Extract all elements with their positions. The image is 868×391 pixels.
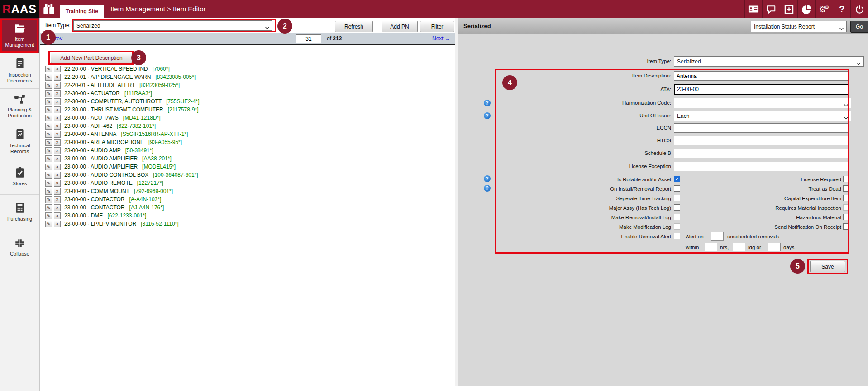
edit-part-button[interactable]: ✎ — [45, 221, 52, 227]
part-item-text[interactable]: 23-00-00 - ADF-462[622-7382-101*] — [64, 123, 156, 129]
delete-part-button[interactable]: × — [54, 180, 61, 187]
edit-part-button[interactable]: ✎ — [45, 204, 52, 211]
raas-logo[interactable]: RAAS — [0, 0, 39, 18]
part-item-text[interactable]: 23-00-00 - DME[622-1233-001*] — [64, 212, 146, 219]
save-button[interactable]: Save — [810, 261, 845, 272]
edit-part-button[interactable]: ✎ — [45, 82, 52, 89]
sidebar-item-planning-production[interactable]: Planning & Production — [0, 89, 39, 124]
delete-part-button[interactable]: × — [54, 115, 61, 121]
delete-part-button[interactable]: × — [54, 66, 61, 72]
delete-part-button[interactable]: × — [54, 74, 61, 81]
send-notification-on-receipt-checkbox[interactable] — [843, 223, 849, 230]
help-icon[interactable]: ? — [484, 185, 491, 192]
help-icon[interactable]: ? — [484, 100, 491, 106]
part-item-text[interactable]: 22-30-00 - COMPUTER, AUTOTHROTT[755SUE2-… — [64, 98, 200, 105]
edit-part-button[interactable]: ✎ — [45, 115, 52, 121]
edit-part-button[interactable]: ✎ — [45, 98, 52, 105]
delete-part-button[interactable]: × — [54, 172, 61, 179]
within-days-input[interactable] — [768, 243, 781, 251]
part-item-text[interactable]: 23-00-00 - LP/LPV MONITOR[3116-52-1110*] — [64, 221, 179, 227]
edit-part-button[interactable]: ✎ — [45, 212, 52, 219]
requires-material-inspection-checkbox[interactable] — [843, 204, 849, 211]
license-required-checkbox[interactable] — [843, 176, 849, 182]
chat-icon[interactable] — [762, 0, 780, 18]
edit-part-button[interactable]: ✎ — [45, 106, 52, 113]
edit-part-button[interactable]: ✎ — [45, 180, 52, 187]
edit-part-button[interactable]: ✎ — [45, 196, 52, 203]
within-ldg-input[interactable] — [733, 243, 745, 251]
delete-part-button[interactable]: × — [54, 131, 61, 138]
part-item-text[interactable]: 23-00-00 - COMM MOUNT[792-6969-001*] — [64, 188, 173, 194]
license-exception-input[interactable] — [674, 162, 849, 171]
help-icon[interactable]: ? — [484, 175, 491, 182]
filter-button[interactable]: Filter — [420, 21, 454, 32]
enable-removal-alert-checkbox[interactable] — [674, 233, 680, 239]
next-page-link[interactable]: Next → — [432, 33, 450, 44]
go-button[interactable]: Go — [850, 21, 868, 33]
edit-part-button[interactable]: ✎ — [45, 188, 52, 195]
edit-part-button[interactable]: ✎ — [45, 139, 52, 146]
ata-input[interactable] — [674, 84, 849, 95]
delete-part-button[interactable]: × — [54, 204, 61, 211]
tab-training-site[interactable]: Training Site — [60, 5, 104, 18]
sidebar-item-item-management[interactable]: Item Management — [0, 18, 39, 53]
part-item-text[interactable]: 22-30-00 - ACTUATOR[111RAA3*] — [64, 90, 152, 97]
schedule-b-input[interactable] — [674, 149, 849, 158]
htcs-input[interactable] — [674, 136, 849, 145]
hazardous-material-checkbox[interactable] — [843, 214, 849, 220]
sidebar-item-technical-records[interactable]: Technical Records — [0, 124, 39, 159]
harmonization-code-select[interactable] — [674, 98, 851, 108]
delete-part-button[interactable]: × — [54, 196, 61, 203]
edit-part-button[interactable]: ✎ — [45, 131, 52, 138]
sidebar-item-stores[interactable]: Stores — [0, 159, 39, 195]
edit-part-button[interactable]: ✎ — [45, 74, 52, 81]
eccn-input[interactable] — [674, 123, 849, 133]
delete-part-button[interactable]: × — [54, 212, 61, 219]
part-item-text[interactable]: 23-00-00 - AUDIO AMP[50-38491*] — [64, 147, 153, 154]
part-item-text[interactable]: 23-00-00 - AUDIO AMPLIFIER[AA38-201*] — [64, 155, 172, 162]
item-type-select[interactable]: Serialized — [674, 56, 864, 67]
report-select[interactable]: Installation Status Report — [751, 21, 847, 32]
pie-chart-icon[interactable] — [797, 0, 815, 18]
edit-part-button[interactable]: ✎ — [45, 164, 52, 170]
settings-gears-icon[interactable]: ⚙⚙ — [815, 0, 833, 18]
add-window-icon[interactable] — [780, 0, 797, 18]
help-icon[interactable]: ? — [833, 0, 850, 18]
part-item-text[interactable]: 22-20-01 - A/P DISENGAGE WARN[83423085-0… — [64, 74, 196, 80]
id-card-icon[interactable] — [744, 0, 762, 18]
part-item-text[interactable]: 22-20-01 - ALTITUDE ALERT[83423059-025*] — [64, 82, 180, 88]
part-item-text[interactable]: 23-00-00 - CONTACTOR[A-A4N-103*] — [64, 196, 161, 203]
item-description-input[interactable] — [674, 71, 849, 81]
add-new-part-description-button[interactable]: Add New Part Description — [51, 53, 132, 63]
edit-part-button[interactable]: ✎ — [45, 123, 52, 130]
sidebar-item-inspection-documents[interactable]: Inspection Documents — [0, 53, 39, 89]
within-hrs-input[interactable] — [705, 243, 717, 251]
part-item-text[interactable]: 23-00-00 - AUDIO AMPLIFIER[MODEL415*] — [64, 164, 176, 170]
part-item-text[interactable]: 22-30-00 - THRUST MGMT COMPUTER[2117578-… — [64, 106, 199, 113]
delete-part-button[interactable]: × — [54, 106, 61, 113]
delete-part-button[interactable]: × — [54, 90, 61, 97]
delete-part-button[interactable]: × — [54, 188, 61, 195]
edit-part-button[interactable]: ✎ — [45, 172, 52, 179]
page-number-input[interactable] — [296, 34, 321, 43]
delete-part-button[interactable]: × — [54, 98, 61, 105]
delete-part-button[interactable]: × — [54, 147, 61, 154]
sidebar-item-collapse[interactable]: Collapse — [0, 230, 39, 265]
refresh-button[interactable]: Refresh — [335, 21, 373, 32]
delete-part-button[interactable]: × — [54, 139, 61, 146]
part-item-text[interactable]: 22-20-00 - VERTICAL SPEED IND[7060*] — [64, 66, 170, 72]
help-icon[interactable]: ? — [484, 112, 491, 119]
alert-count-input[interactable] — [711, 232, 724, 241]
edit-part-button[interactable]: ✎ — [45, 66, 52, 72]
power-icon[interactable] — [850, 0, 868, 18]
part-item-text[interactable]: 23-00-00 - AUDIO CONTROL BOX[100-364087-… — [64, 172, 198, 178]
delete-part-button[interactable]: × — [54, 221, 61, 227]
part-item-text[interactable]: 23-00-00 - AREA MICROPHONE[93-A055-95*] — [64, 139, 182, 145]
binoculars-icon[interactable] — [43, 3, 55, 15]
delete-part-button[interactable]: × — [54, 155, 61, 162]
unit-of-issue-select[interactable]: Each — [674, 111, 851, 121]
item-type-select[interactable]: Serialized — [73, 20, 272, 31]
part-item-text[interactable]: 23-00-00 - AUDIO REMOTE[1227217*] — [64, 180, 163, 186]
treat-as-dead-checkbox[interactable] — [843, 185, 849, 192]
edit-part-button[interactable]: ✎ — [45, 147, 52, 154]
